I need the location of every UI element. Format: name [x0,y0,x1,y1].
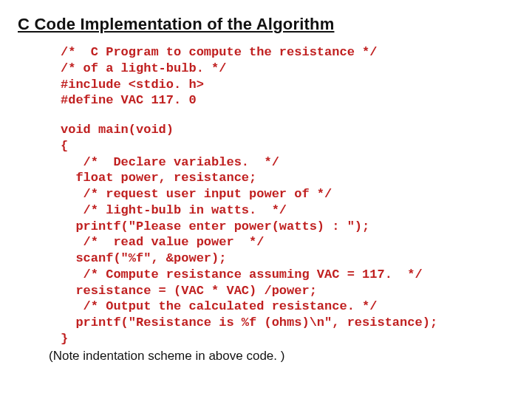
code-line: float power, resistance; [61,170,514,186]
code-line: /* read value power */ [61,234,514,250]
code-line: resistance = (VAC * VAC) /power; [61,283,514,299]
code-line: printf("Resistance is %f (ohms)\n", resi… [61,315,514,331]
note-text: (Note indentation scheme in above code. … [49,349,514,364]
code-line: /* Output the calculated resistance. */ [61,299,514,315]
code-line: } [61,331,514,347]
code-line: void main(void) [61,122,514,138]
code-line: /* C Program to compute the resistance *… [61,44,514,61]
blank-line [18,109,514,122]
code-line: /* of a light-bulb. */ [61,61,514,77]
code-line: { [61,138,514,154]
code-line: /* request user input power of */ [61,186,514,202]
code-line: /* Declare variables. */ [61,154,514,171]
code-line: printf("Please enter power(watts) : "); [61,219,514,235]
code-line: #include <stdio. h> [61,77,514,93]
code-block-main: void main(void) { /* Declare variables. … [61,122,514,347]
code-line: /* Compute resistance assuming VAC = 117… [61,267,514,283]
code-block-top: /* C Program to compute the resistance *… [61,44,514,109]
code-line: /* light-bulb in watts. */ [61,202,514,219]
code-line: scanf("%f", &power); [61,250,514,267]
code-line: #define VAC 117. 0 [61,92,514,109]
section-title: C Code Implementation of the Algorithm [18,15,514,34]
